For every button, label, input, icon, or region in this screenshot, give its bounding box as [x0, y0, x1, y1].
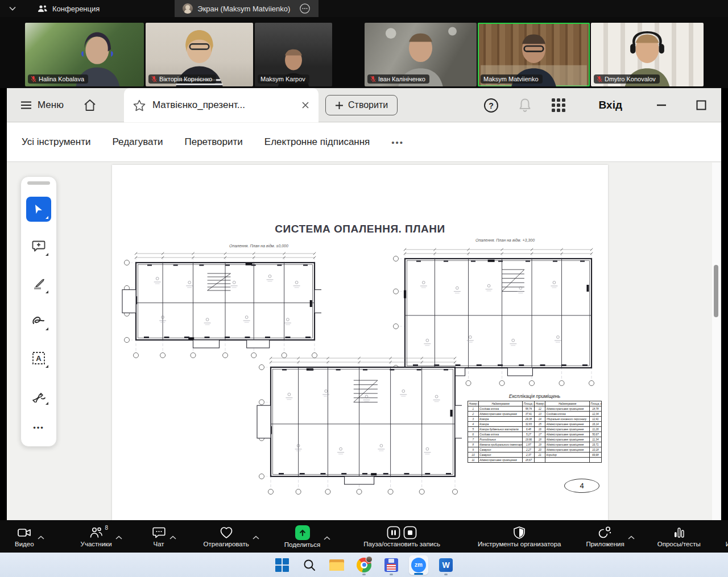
- scrollbar-thumb[interactable]: [714, 265, 718, 317]
- scrollbar-track[interactable]: [712, 163, 720, 520]
- mic-muted-icon: [31, 76, 36, 82]
- chat-button[interactable]: Чат: [152, 526, 166, 547]
- zoom-app-button[interactable]: zm: [409, 555, 428, 575]
- chrome-profile-avatar: [366, 556, 373, 563]
- video-camera-icon: [17, 526, 32, 539]
- plan1-caption: Опалення. План на відм. ±0,000: [229, 244, 288, 248]
- table-header: Площа, м²: [523, 401, 535, 406]
- home-button[interactable]: [83, 99, 97, 111]
- menubar-more-button[interactable]: •••: [391, 138, 404, 147]
- meeting-tab-bar: Конференция Экран (Maksym Matviienko): [0, 0, 728, 17]
- participants-options-chevron[interactable]: [115, 536, 122, 539]
- apps-options-chevron[interactable]: [628, 536, 635, 539]
- select-text-tool-button[interactable]: A: [26, 346, 51, 371]
- start-button[interactable]: [272, 555, 292, 575]
- plan2-caption: Опалення. План на відм. +3,300: [475, 238, 535, 242]
- meeting-info-button[interactable]: Информация о конференции: [726, 526, 728, 547]
- search-icon: [303, 558, 316, 572]
- react-button[interactable]: Отреагировать: [204, 526, 249, 547]
- participant-name: Вікторія Корнієнко: [159, 76, 212, 82]
- video-tile[interactable]: Maksym Karpov: [255, 23, 332, 86]
- menu-esign[interactable]: Електронне підписання: [264, 136, 370, 148]
- table-row: 1Сходова клітка58,7412Адміністративне пр…: [468, 406, 602, 412]
- polls-button[interactable]: Опросы/тесты: [657, 526, 701, 547]
- sign-tool-button[interactable]: [26, 383, 51, 408]
- close-tab-icon[interactable]: [301, 101, 309, 109]
- fountain-pen-icon: [31, 389, 46, 402]
- file-explorer-button[interactable]: [327, 555, 346, 575]
- word-button[interactable]: W: [436, 555, 456, 575]
- presenter-avatar: [183, 3, 193, 14]
- stop-recording-icon[interactable]: [403, 526, 417, 539]
- create-button[interactable]: Створити: [325, 95, 398, 115]
- chat-options-chevron[interactable]: [169, 536, 176, 539]
- table-header: Найменування: [545, 401, 590, 406]
- table-header: Номер прим.: [535, 401, 545, 406]
- poll-bars-icon: [672, 526, 686, 539]
- rail-more-tools-button[interactable]: •••: [26, 415, 51, 440]
- tab-screen-label: Экран (Maksym Matviienko): [197, 5, 290, 13]
- video-tile[interactable]: Dmytro Konovalov: [591, 23, 704, 86]
- meeting-controls-bar: Видео 8 Участники Чат Отреагировать: [0, 520, 728, 553]
- video-tile[interactable]: Іван Калініченко: [365, 23, 477, 86]
- notes-app-button[interactable]: [382, 555, 401, 575]
- control-label: Информация о конференции: [726, 541, 728, 547]
- select-tool-button[interactable]: [26, 197, 51, 222]
- zoom-app-icon: zm: [411, 558, 426, 572]
- apps-button[interactable]: Приложения: [586, 526, 624, 547]
- squiggle-icon: [31, 315, 46, 326]
- video-tile[interactable]: Halina Kobalava: [25, 23, 144, 86]
- svg-text:A: A: [36, 354, 42, 363]
- tab-screen-share[interactable]: Экран (Maksym Matviienko): [175, 0, 318, 17]
- table-row: 5Комора будівельних матеріалів6,4816Адмі…: [468, 427, 602, 432]
- table-row: 3Комора29,3814Убиральня основного персон…: [468, 417, 602, 422]
- pause-recording-icon[interactable]: [387, 526, 400, 539]
- video-thumbnails-strip: Halina Kobalava Вікторія Корнієнко Maksy…: [0, 17, 728, 88]
- menu-convert[interactable]: Перетворити: [184, 136, 242, 148]
- table-row: 9Санвузол2,2720Адміністративне приміщенн…: [468, 447, 602, 453]
- participants-icon: [38, 5, 48, 13]
- control-label: Инструменты организатора: [478, 541, 561, 547]
- video-options-chevron[interactable]: [38, 536, 44, 539]
- share-options-chevron[interactable]: [324, 536, 330, 540]
- table-row: 8Кімната прибирального інвентарю1,8719Ад…: [468, 442, 602, 447]
- star-icon[interactable]: [133, 99, 146, 111]
- collapse-chevron-icon[interactable]: [9, 6, 16, 11]
- heart-icon: [219, 526, 234, 539]
- add-comment-icon: [32, 240, 46, 252]
- help-icon[interactable]: ?: [483, 98, 499, 113]
- apps-waffle-icon[interactable]: [551, 98, 566, 113]
- tab-more-icon[interactable]: [299, 3, 311, 14]
- notifications-bell-icon[interactable]: [518, 98, 532, 113]
- document-tab[interactable]: Матвієнко_презент...: [124, 88, 318, 122]
- host-tools-button[interactable]: Инструменты организатора: [478, 526, 561, 547]
- tab-conference[interactable]: Конференция: [30, 0, 107, 17]
- participant-nameplate: Вікторія Корнієнко: [148, 74, 216, 84]
- chrome-icon: [357, 558, 371, 572]
- participant-nameplate: Maksym Matviienko: [481, 74, 543, 84]
- participant-name: Іван Калініченко: [378, 76, 425, 82]
- pause-stop-recording-button[interactable]: Пауза/остановить запись: [363, 526, 440, 547]
- participants-button[interactable]: 8 Участники: [81, 526, 112, 547]
- highlight-tool-button[interactable]: [26, 271, 51, 296]
- menu-button[interactable]: Меню: [20, 99, 64, 111]
- mic-muted-icon: [597, 76, 602, 82]
- signin-button[interactable]: Вхід: [599, 99, 622, 111]
- mic-muted-icon: [370, 76, 376, 82]
- table-row: 2Адміністративне приміщення37,4113Сходов…: [468, 412, 602, 417]
- draw-tool-button[interactable]: [26, 309, 51, 334]
- maximize-button[interactable]: [695, 99, 708, 111]
- search-button[interactable]: [300, 555, 319, 575]
- minimize-button[interactable]: [655, 99, 668, 111]
- video-tile-active-speaker[interactable]: Maksym Matviienko: [478, 23, 590, 86]
- share-screen-button[interactable]: Поделиться: [284, 525, 321, 548]
- rail-drag-handle[interactable]: [27, 181, 50, 185]
- comment-tool-button[interactable]: [26, 234, 51, 259]
- chrome-button[interactable]: [354, 555, 374, 575]
- video-tile[interactable]: Вікторія Корнієнко: [146, 23, 253, 86]
- tool-rail: A •••: [20, 176, 57, 447]
- menu-all-tools[interactable]: Усі інструменти: [22, 136, 91, 148]
- react-options-chevron[interactable]: [253, 536, 259, 539]
- video-button[interactable]: Видео: [15, 526, 34, 547]
- menu-edit[interactable]: Редагувати: [113, 136, 163, 148]
